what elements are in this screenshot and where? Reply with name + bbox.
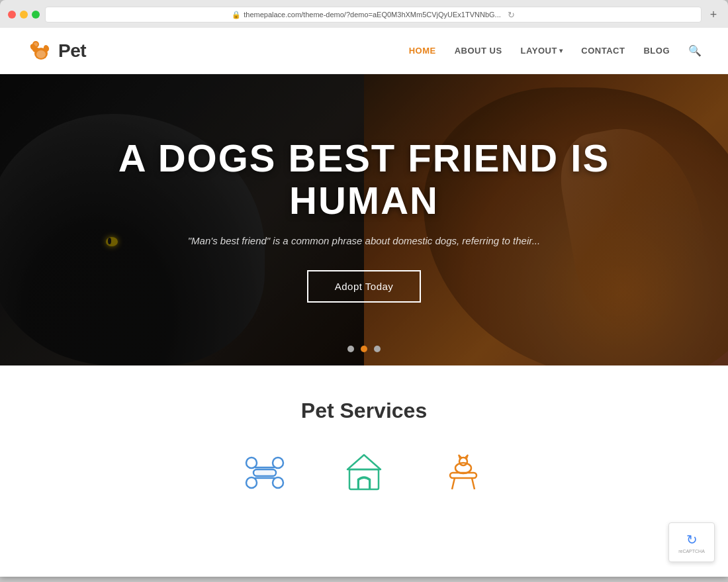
services-grid (26, 450, 702, 496)
hero-slideshow-dots (347, 346, 381, 352)
hero-subtitle: "Man's best friend" is a common phrase a… (93, 235, 635, 246)
adopt-today-button[interactable]: Adopt Today (307, 270, 422, 303)
svg-rect-15 (349, 469, 379, 489)
logo-text: Pet (58, 40, 86, 62)
new-tab-button[interactable]: + (707, 8, 720, 21)
svg-marker-14 (347, 455, 381, 469)
service-boarding (341, 450, 387, 496)
chevron-down-icon: ▾ (559, 47, 563, 54)
svg-point-10 (273, 458, 283, 468)
nav-layout[interactable]: LAYOUT ▾ (521, 46, 563, 56)
nav-layout-label: LAYOUT (521, 46, 557, 56)
kennel-icon (341, 450, 387, 496)
lock-icon: 🔒 (232, 11, 241, 19)
grooming-icon (440, 450, 486, 496)
browser-window: 🔒 themepalace.com/theme-demo/?demo=aEQ0M… (0, 0, 728, 577)
website-content: Pet HOME ABOUT US LAYOUT ▾ CONTACT BLOG … (0, 28, 728, 577)
traffic-lights (8, 11, 40, 19)
bone-icon (242, 450, 288, 496)
svg-line-18 (472, 478, 475, 489)
logo-icon (26, 36, 56, 66)
services-section: Pet Services (0, 365, 728, 522)
refresh-icon[interactable]: ↻ (508, 10, 515, 20)
svg-point-7 (246, 458, 257, 468)
browser-titlebar: 🔒 themepalace.com/theme-demo/?demo=aEQ0M… (0, 7, 728, 28)
minimize-button[interactable] (20, 11, 28, 19)
hero-title: A DOGS BEST FRIEND IS HUMAN (93, 137, 635, 222)
svg-point-8 (273, 477, 283, 488)
recaptcha-badge: ↻ reCAPTCHA (668, 522, 715, 562)
hero-dot-2[interactable] (361, 346, 367, 352)
main-nav: HOME ABOUT US LAYOUT ▾ CONTACT BLOG 🔍 (409, 44, 702, 57)
svg-point-9 (246, 477, 257, 488)
recaptcha-icon: ↻ (686, 532, 698, 548)
site-header: Pet HOME ABOUT US LAYOUT ▾ CONTACT BLOG … (0, 28, 728, 74)
service-grooming (440, 450, 486, 496)
nav-contact[interactable]: CONTACT (581, 46, 625, 56)
nav-about[interactable]: ABOUT US (455, 46, 502, 56)
address-bar[interactable]: 🔒 themepalace.com/theme-demo/?demo=aEQ0M… (45, 7, 702, 23)
hero-dot-1[interactable] (347, 346, 354, 352)
svg-point-20 (459, 458, 467, 465)
nav-home[interactable]: HOME (409, 46, 436, 56)
search-icon[interactable]: 🔍 (688, 44, 702, 57)
close-button[interactable] (8, 11, 16, 19)
hero-section: A DOGS BEST FRIEND IS HUMAN "Man's best … (0, 74, 728, 365)
site-logo[interactable]: Pet (26, 36, 86, 66)
maximize-button[interactable] (32, 11, 40, 19)
service-nutrition (242, 450, 288, 496)
recaptcha-text: reCAPTCHA (678, 549, 705, 554)
services-title: Pet Services (26, 399, 702, 423)
address-text: themepalace.com/theme-demo/?demo=aEQ0M3h… (244, 11, 501, 19)
hero-dot-3[interactable] (374, 346, 381, 352)
svg-point-6 (36, 50, 46, 58)
hero-content: A DOGS BEST FRIEND IS HUMAN "Man's best … (66, 137, 662, 303)
svg-line-17 (452, 478, 455, 489)
nav-blog[interactable]: BLOG (643, 46, 670, 56)
svg-point-19 (455, 463, 471, 473)
